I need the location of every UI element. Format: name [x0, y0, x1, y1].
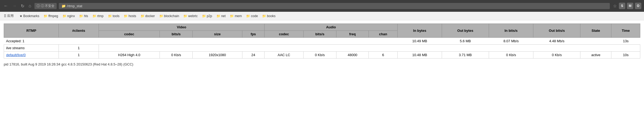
accepted-out-bytes: 5.6 MB: [442, 38, 489, 45]
accepted-row: Accepted: 1 10.49 MB 5.6 MB 8.07 Mb/s 4.…: [4, 38, 640, 45]
address-bar[interactable]: 📁 /rtmp_stat: [59, 3, 610, 9]
folder-bar-icon: 📁: [61, 4, 66, 8]
data-out-bytes: 3.71 MB: [442, 52, 489, 59]
livestreams-label: live streams: [4, 45, 59, 52]
data-row: default/live/0 1 H264 High 4.0 0 Kb/s 19…: [4, 52, 640, 59]
data-video-bits: 0 Kb/s: [160, 52, 193, 59]
header-video-bits: bits/s: [160, 31, 193, 38]
browser-chrome: ← → ↻ ⌂ ⓘ ⓘ 不安全 📁 /rtmp_stat ☆ S M O: [0, 0, 644, 12]
bm-code-label: code: [251, 14, 258, 18]
accepted-audio-bits: [303, 38, 336, 45]
data-in-bits: 0 Kb/s: [489, 52, 533, 59]
header-out-bits: Out bits/s: [533, 24, 580, 38]
ext-icon-m[interactable]: M: [627, 3, 633, 9]
header-video-codec: codec: [99, 31, 160, 38]
folder-icon-blockchain: 📁: [159, 14, 163, 18]
livestreams-row: live streams 1: [4, 45, 640, 52]
data-out-bits: 0 Kb/s: [533, 52, 580, 59]
bm-nginx-label: nginx: [67, 14, 75, 18]
bm-mem-label: mem: [235, 14, 242, 18]
folder-icon-p2p: 📁: [202, 14, 206, 18]
bm-rtmp-label: rtmp: [97, 14, 104, 18]
header-audio: Audio: [265, 24, 398, 31]
data-time: 10s: [611, 52, 640, 59]
accepted-clients: [59, 38, 99, 45]
header-in-bits: In bits/s: [489, 24, 533, 38]
bm-books-label: books: [267, 14, 276, 18]
folder-icon-code: 📁: [246, 14, 250, 18]
header-video-fps: fps: [242, 31, 264, 38]
bm-webrtc-label: webrtc: [188, 14, 197, 18]
folder-icon-rtmp: 📁: [92, 14, 96, 18]
folder-icon-docker: 📁: [141, 14, 145, 18]
accepted-time: 13s: [611, 38, 640, 45]
bookmark-code[interactable]: 📁 code: [245, 14, 259, 18]
bm-p2p-label: p2p: [207, 14, 212, 18]
accepted-state: [580, 38, 611, 45]
bookmark-hosts[interactable]: 📁 hosts: [122, 14, 138, 18]
accepted-out-bits: 4.48 Mb/s: [533, 38, 580, 45]
accepted-label: Accepted: 1: [4, 38, 59, 45]
bookmark-hls[interactable]: 📁 hls: [77, 14, 90, 18]
header-audio-chan: chan: [369, 31, 398, 38]
header-audio-codec: codec: [265, 31, 304, 38]
ext-icon-o[interactable]: O: [635, 3, 641, 9]
bookmark-blockchain[interactable]: 📁 blockchain: [158, 14, 181, 18]
data-audio-freq: 48000: [336, 52, 368, 59]
stream-link[interactable]: default/live/0: [6, 53, 26, 57]
bookmark-tools[interactable]: 📁 tools: [106, 14, 121, 18]
header-audio-freq: freq: [336, 31, 368, 38]
accepted-video-codec: [99, 38, 160, 45]
header-out-bytes: Out bytes: [442, 24, 489, 38]
ext-icon-s[interactable]: S: [619, 3, 625, 9]
rtmp-stats-table: RTMP #clients Video Audio In bytes Out b…: [4, 24, 640, 59]
bookmark-rtmp[interactable]: 📁 rtmp: [91, 14, 105, 18]
bookmark-star-icon[interactable]: ☆: [613, 3, 617, 9]
bookmark-books[interactable]: 📁 books: [261, 14, 277, 18]
accepted-video-fps: [242, 38, 264, 45]
bm-bookmarks-label: Bookmarks: [23, 14, 39, 18]
bm-ffmpeg-label: ffmpeg: [48, 14, 58, 18]
accepted-audio-chan: [369, 38, 398, 45]
header-video-size: size: [193, 31, 242, 38]
header-rtmp: RTMP: [4, 24, 59, 38]
bm-docker-label: docker: [145, 14, 155, 18]
page-content: RTMP #clients Video Audio In bytes Out b…: [0, 20, 644, 70]
star-bm-icon: ★: [20, 14, 22, 18]
data-audio-bits: 0 Kb/s: [303, 52, 336, 59]
data-audio-chan: 6: [369, 52, 398, 59]
data-video-codec: H264 High 4.0: [99, 52, 160, 59]
forward-button[interactable]: →: [11, 3, 18, 9]
bookmark-p2p[interactable]: 📁 p2p: [200, 14, 214, 18]
apps-button[interactable]: ⠿ 应用: [2, 13, 15, 19]
security-indicator: ⓘ ⓘ 不安全: [34, 3, 57, 9]
reload-button[interactable]: ↻: [20, 3, 25, 9]
bookmark-ffmpeg[interactable]: 📁 ffmpeg: [42, 14, 60, 18]
header-clients: #clients: [59, 24, 99, 38]
data-link-cell[interactable]: default/live/0: [4, 52, 59, 59]
bookmark-mem[interactable]: 📁 mem: [228, 14, 243, 18]
bookmark-nginx[interactable]: 📁 nginx: [61, 14, 77, 18]
header-video: Video: [99, 24, 264, 31]
livestreams-rest: [99, 45, 640, 52]
data-in-bytes: 10.48 MB: [398, 52, 442, 59]
bookmark-webrtc[interactable]: 📁 webrtc: [182, 14, 199, 18]
extension-icons: S M O: [619, 3, 641, 9]
livestreams-clients: 1: [59, 45, 99, 52]
header-audio-bits: bits/s: [303, 31, 336, 38]
bookmark-bookmarks[interactable]: ★ Bookmarks: [18, 14, 41, 18]
header-time: Time: [611, 24, 640, 38]
bookmark-docker[interactable]: 📁 docker: [139, 14, 157, 18]
folder-icon-hls: 📁: [79, 14, 83, 18]
header-state: State: [580, 24, 611, 38]
data-video-fps: 24: [242, 52, 264, 59]
footer-text: pid 17816, built Aug 9 2019 16:26:34 gcc…: [4, 62, 640, 66]
back-button[interactable]: ←: [3, 3, 9, 9]
grid-icon: ⠿: [4, 14, 6, 18]
home-button[interactable]: ⌂: [28, 3, 32, 9]
data-clients: 1: [59, 52, 99, 59]
accepted-audio-freq: [336, 38, 368, 45]
bookmark-net[interactable]: 📁 net: [215, 14, 227, 18]
accepted-video-size: [193, 38, 242, 45]
folder-icon-net: 📁: [216, 14, 220, 18]
